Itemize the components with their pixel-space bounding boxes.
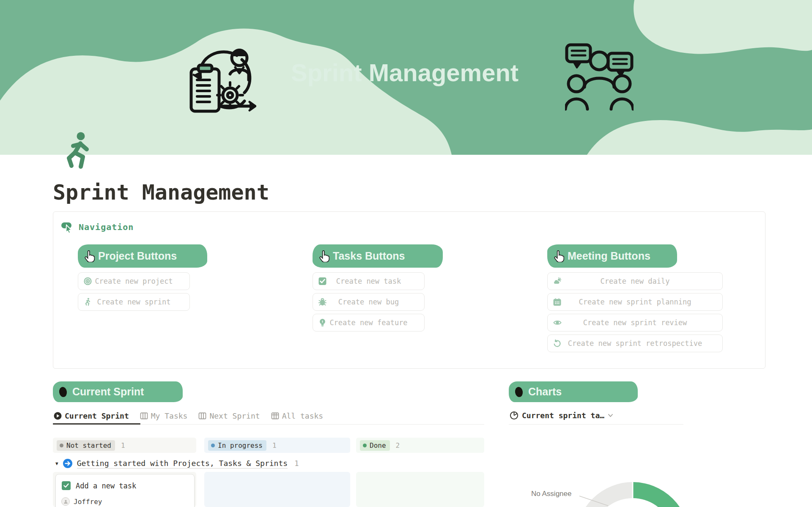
runner-icon	[84, 298, 91, 306]
tab-current-sprint[interactable]: Current Sprint	[54, 411, 129, 420]
checkbox-icon	[318, 277, 326, 285]
assignee-avatar	[61, 497, 70, 506]
toggle-triangle-icon[interactable]: ▼	[55, 461, 58, 466]
create-new-task-button[interactable]: Create new task	[313, 272, 425, 290]
create-new-bug-button[interactable]: Create new bug	[313, 293, 425, 311]
hand-cursor-icon	[318, 250, 329, 262]
column-count: 1	[121, 441, 125, 449]
table-icon	[271, 412, 279, 420]
navigation-callout-header: Navigation	[61, 221, 134, 233]
create-new-feature-button[interactable]: Create new feature	[313, 314, 425, 332]
create-new-sprint-button[interactable]: Create new sprint	[78, 293, 190, 311]
sprint-management-page: Sprint Management Sprint Management	[0, 0, 812, 507]
tab-my-tasks[interactable]: My Tasks	[140, 411, 188, 420]
done-card-area	[356, 472, 484, 507]
button-click-icon	[61, 221, 74, 233]
black-dot-icon	[514, 386, 524, 398]
tasks-buttons-header: Tasks Buttons	[313, 244, 443, 268]
board-icon	[140, 412, 148, 420]
create-new-sprint-retrospective-button[interactable]: Create new sprint retrospective	[547, 334, 723, 352]
board-icon	[198, 412, 206, 420]
calendar-icon	[553, 298, 561, 306]
chart-view-tab[interactable]: Current sprint ta…	[510, 411, 613, 420]
column-count: 1	[272, 441, 277, 449]
banner-title: Sprint Management	[291, 58, 536, 87]
create-new-project-button[interactable]: Create new project	[78, 272, 190, 290]
page-cover-banner: Sprint Management	[0, 0, 812, 155]
tab-all-tasks[interactable]: All tasks	[271, 411, 324, 420]
tasks-buttons-title: Tasks Buttons	[333, 250, 405, 262]
tab-next-sprint[interactable]: Next Sprint	[198, 411, 260, 420]
status-dot	[60, 444, 63, 447]
sprint-group-title[interactable]: Getting started with Projects, Tasks & S…	[77, 459, 288, 469]
task-checkbox-checked[interactable]	[62, 481, 71, 490]
create-new-sprint-planning-button[interactable]: Create new sprint planning	[547, 293, 723, 311]
create-new-daily-button[interactable]: Create new daily	[547, 272, 723, 290]
sprint-group-count: 1	[294, 459, 299, 468]
current-sprint-section-title: Current Sprint	[72, 386, 144, 398]
charts-section-title: Charts	[528, 386, 562, 398]
sprint-group-row[interactable]: ▼ Getting started with Projects, Tasks &…	[55, 458, 299, 469]
black-dot-icon	[58, 386, 68, 398]
status-dot	[211, 444, 215, 447]
column-count: 2	[396, 441, 400, 449]
meeting-buttons-header: Meeting Buttons	[547, 244, 677, 268]
donut-segment-assigned[interactable]	[633, 490, 681, 507]
status-dot	[363, 444, 367, 447]
target-icon	[84, 277, 92, 285]
pie-chart-icon	[510, 411, 518, 420]
navigation-label: Navigation	[79, 222, 134, 232]
navigation-callout: Navigation Project Buttons Create new pr…	[53, 211, 765, 369]
chart-tab-label: Current sprint ta…	[522, 411, 604, 420]
chevron-down-icon	[608, 414, 613, 417]
project-buttons-header: Project Buttons	[78, 244, 207, 268]
bug-icon	[318, 298, 326, 306]
team-meeting-illustration-icon	[565, 42, 634, 111]
undo-icon	[553, 340, 561, 348]
project-arrow-icon	[63, 458, 73, 469]
assignee-donut-chart	[486, 465, 812, 507]
status-pill-done: Done	[360, 440, 390, 451]
play-circle-icon	[54, 412, 62, 420]
bulb-icon	[318, 319, 326, 327]
sun-cloud-icon	[553, 277, 562, 285]
task-card-title[interactable]: Add a new task	[76, 482, 136, 490]
create-new-sprint-review-button[interactable]: Create new sprint review	[547, 314, 723, 332]
task-card[interactable]: Add a new task Joffrey	[55, 474, 195, 507]
hand-cursor-icon	[83, 250, 95, 262]
status-pill-in-progress: In progress	[208, 440, 266, 451]
chart-tab-divider	[509, 424, 683, 425]
chart-label-no-assignee: No Assignee	[531, 490, 571, 498]
page-title: Sprint Management	[53, 180, 269, 205]
sprint-cycle-illustration-icon	[188, 41, 256, 114]
assignee-name: Joffrey	[74, 498, 102, 506]
meeting-buttons-title: Meeting Buttons	[568, 250, 650, 262]
column-done[interactable]: Done 2	[356, 438, 484, 453]
column-not-started[interactable]: Not started 1	[53, 438, 196, 453]
status-pill-not-started: Not started	[57, 440, 115, 451]
in-progress-card-area	[204, 472, 350, 507]
charts-section-header: Charts	[509, 381, 638, 402]
board-view-tabs: Current Sprint My Tasks Next Sprint All …	[54, 408, 323, 423]
project-buttons-title: Project Buttons	[98, 250, 177, 262]
eye-icon	[553, 319, 562, 327]
current-sprint-section-header: Current Sprint	[53, 381, 183, 402]
active-tab-underline	[53, 423, 140, 425]
hand-cursor-icon	[552, 250, 564, 262]
runner-page-icon[interactable]	[63, 132, 91, 170]
column-in-progress[interactable]: In progress 1	[204, 438, 350, 453]
